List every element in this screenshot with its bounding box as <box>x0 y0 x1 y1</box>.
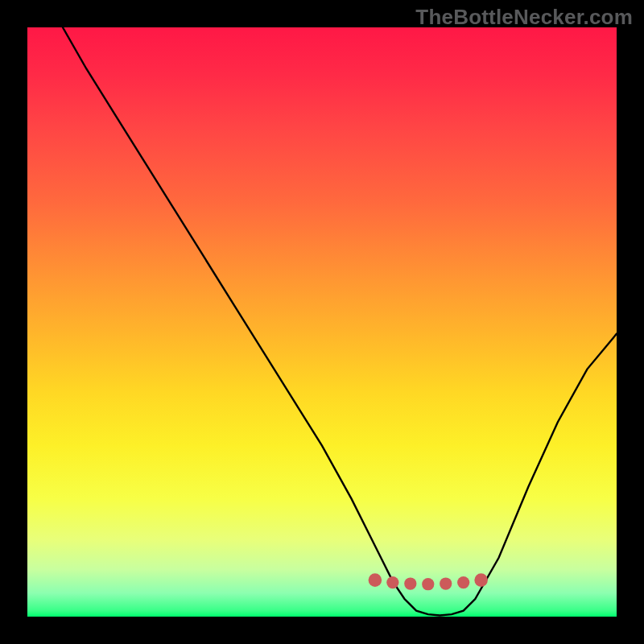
optimal-marker <box>422 578 434 590</box>
optimal-marker <box>404 577 416 589</box>
bottleneck-curve <box>63 27 617 616</box>
optimal-marker <box>386 576 398 588</box>
optimal-marker <box>440 577 452 589</box>
optimal-marker <box>369 573 382 587</box>
chart-svg <box>27 27 617 617</box>
optimal-marker <box>457 576 469 588</box>
optimal-range-markers <box>369 573 488 590</box>
chart-plot-area <box>27 27 617 617</box>
optimal-marker <box>474 573 488 587</box>
watermark-label: TheBottleNecker.com <box>415 5 633 30</box>
